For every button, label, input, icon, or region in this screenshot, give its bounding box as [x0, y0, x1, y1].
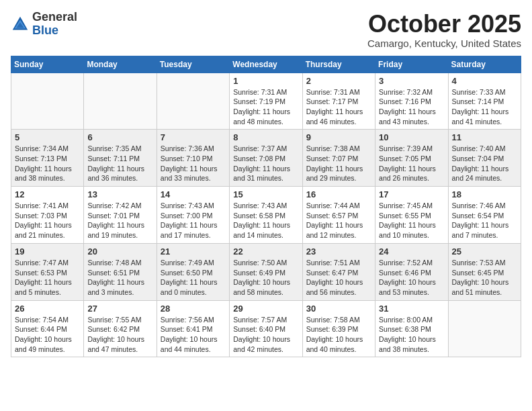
- calendar-header-row: Sunday Monday Tuesday Wednesday Thursday…: [11, 56, 521, 73]
- title-section: October 2025 Camargo, Kentucky, United S…: [367, 11, 521, 49]
- day-number: 22: [233, 246, 298, 257]
- day-info: Sunrise: 7:36 AMSunset: 7:10 PMDaylight:…: [161, 144, 226, 183]
- day-info: Sunrise: 7:57 AMSunset: 6:40 PMDaylight:…: [233, 315, 298, 355]
- day-number: 1: [233, 76, 298, 86]
- day-number: 13: [87, 189, 152, 199]
- day-info: Sunrise: 7:37 AMSunset: 7:08 PMDaylight:…: [233, 144, 298, 183]
- col-wednesday: Wednesday: [230, 56, 302, 73]
- day-info: Sunrise: 7:48 AMSunset: 6:51 PMDaylight:…: [87, 258, 152, 298]
- day-info: Sunrise: 7:35 AMSunset: 7:11 PMDaylight:…: [87, 144, 152, 183]
- page-container: General Blue October 2025 Camargo, Kentu…: [0, 0, 532, 363]
- calendar-cell: 4Sunrise: 7:33 AMSunset: 7:14 PMDaylight…: [448, 73, 521, 130]
- calendar-cell: 22Sunrise: 7:50 AMSunset: 6:49 PMDayligh…: [230, 243, 302, 300]
- day-number: 20: [87, 246, 152, 257]
- calendar-cell: 17Sunrise: 7:45 AMSunset: 6:55 PMDayligh…: [375, 187, 448, 244]
- day-number: 31: [379, 304, 444, 314]
- day-number: 24: [379, 246, 444, 257]
- col-saturday: Saturday: [448, 56, 521, 73]
- calendar-cell: 28Sunrise: 7:56 AMSunset: 6:41 PMDayligh…: [157, 300, 229, 357]
- day-number: 7: [161, 132, 226, 142]
- day-info: Sunrise: 7:55 AMSunset: 6:42 PMDaylight:…: [87, 315, 152, 355]
- page-header: General Blue October 2025 Camargo, Kentu…: [11, 11, 521, 49]
- day-number: 14: [161, 189, 226, 199]
- calendar-cell: 18Sunrise: 7:46 AMSunset: 6:54 PMDayligh…: [448, 187, 521, 244]
- day-info: Sunrise: 8:00 AMSunset: 6:38 PMDaylight:…: [379, 315, 444, 355]
- calendar-week-row: 1Sunrise: 7:31 AMSunset: 7:19 PMDaylight…: [11, 73, 521, 130]
- calendar-cell: 20Sunrise: 7:48 AMSunset: 6:51 PMDayligh…: [84, 243, 157, 300]
- day-number: 16: [306, 189, 371, 199]
- day-info: Sunrise: 7:50 AMSunset: 6:49 PMDaylight:…: [233, 258, 298, 298]
- col-tuesday: Tuesday: [157, 56, 229, 73]
- day-number: 18: [452, 189, 517, 199]
- calendar-week-row: 26Sunrise: 7:54 AMSunset: 6:44 PMDayligh…: [11, 300, 521, 357]
- calendar-cell: 15Sunrise: 7:43 AMSunset: 6:58 PMDayligh…: [230, 187, 302, 244]
- day-info: Sunrise: 7:34 AMSunset: 7:13 PMDaylight:…: [15, 144, 80, 183]
- calendar-cell: 25Sunrise: 7:53 AMSunset: 6:45 PMDayligh…: [448, 243, 521, 300]
- day-number: 10: [379, 132, 444, 142]
- col-monday: Monday: [84, 56, 157, 73]
- month-title: October 2025: [367, 11, 521, 38]
- day-info: Sunrise: 7:49 AMSunset: 6:50 PMDaylight:…: [161, 258, 226, 298]
- calendar-cell: 7Sunrise: 7:36 AMSunset: 7:10 PMDaylight…: [157, 130, 229, 187]
- calendar-cell: 12Sunrise: 7:41 AMSunset: 7:03 PMDayligh…: [11, 187, 84, 244]
- day-number: 6: [87, 132, 152, 142]
- day-number: 26: [15, 304, 80, 314]
- calendar-table: Sunday Monday Tuesday Wednesday Thursday…: [11, 56, 521, 358]
- calendar-cell: 31Sunrise: 8:00 AMSunset: 6:38 PMDayligh…: [375, 300, 448, 357]
- day-info: Sunrise: 7:32 AMSunset: 7:16 PMDaylight:…: [379, 87, 444, 127]
- calendar-cell: 19Sunrise: 7:47 AMSunset: 6:53 PMDayligh…: [11, 243, 84, 300]
- calendar-cell: 23Sunrise: 7:51 AMSunset: 6:47 PMDayligh…: [302, 243, 375, 300]
- day-info: Sunrise: 7:56 AMSunset: 6:41 PMDaylight:…: [161, 315, 226, 355]
- calendar-cell: 14Sunrise: 7:43 AMSunset: 7:00 PMDayligh…: [157, 187, 229, 244]
- day-number: 3: [379, 76, 444, 86]
- col-sunday: Sunday: [11, 56, 84, 73]
- day-info: Sunrise: 7:54 AMSunset: 6:44 PMDaylight:…: [15, 315, 80, 355]
- day-info: Sunrise: 7:38 AMSunset: 7:07 PMDaylight:…: [306, 144, 371, 183]
- day-info: Sunrise: 7:31 AMSunset: 7:17 PMDaylight:…: [306, 87, 371, 127]
- day-number: 2: [306, 76, 371, 86]
- day-info: Sunrise: 7:40 AMSunset: 7:04 PMDaylight:…: [452, 144, 517, 183]
- calendar-week-row: 12Sunrise: 7:41 AMSunset: 7:03 PMDayligh…: [11, 187, 521, 244]
- day-info: Sunrise: 7:33 AMSunset: 7:14 PMDaylight:…: [452, 87, 517, 127]
- calendar-cell: 13Sunrise: 7:42 AMSunset: 7:01 PMDayligh…: [84, 187, 157, 244]
- day-info: Sunrise: 7:41 AMSunset: 7:03 PMDaylight:…: [15, 201, 80, 240]
- day-number: 25: [452, 246, 517, 257]
- day-info: Sunrise: 7:58 AMSunset: 6:39 PMDaylight:…: [306, 315, 371, 355]
- day-info: Sunrise: 7:43 AMSunset: 7:00 PMDaylight:…: [161, 201, 226, 240]
- day-number: 8: [233, 132, 298, 142]
- calendar-cell: 9Sunrise: 7:38 AMSunset: 7:07 PMDaylight…: [302, 130, 375, 187]
- calendar-cell: 5Sunrise: 7:34 AMSunset: 7:13 PMDaylight…: [11, 130, 84, 187]
- calendar-cell: 29Sunrise: 7:57 AMSunset: 6:40 PMDayligh…: [230, 300, 302, 357]
- calendar-cell: 21Sunrise: 7:49 AMSunset: 6:50 PMDayligh…: [157, 243, 229, 300]
- logo-icon: [11, 15, 30, 34]
- day-number: 27: [87, 304, 152, 314]
- day-number: 23: [306, 246, 371, 257]
- calendar-cell: [11, 73, 84, 130]
- day-number: 29: [233, 304, 298, 314]
- day-info: Sunrise: 7:51 AMSunset: 6:47 PMDaylight:…: [306, 258, 371, 298]
- calendar-week-row: 5Sunrise: 7:34 AMSunset: 7:13 PMDaylight…: [11, 130, 521, 187]
- calendar-cell: [157, 73, 229, 130]
- day-info: Sunrise: 7:52 AMSunset: 6:46 PMDaylight:…: [379, 258, 444, 298]
- calendar-cell: 1Sunrise: 7:31 AMSunset: 7:19 PMDaylight…: [230, 73, 302, 130]
- calendar-cell: 2Sunrise: 7:31 AMSunset: 7:17 PMDaylight…: [302, 73, 375, 130]
- logo: General Blue: [11, 11, 77, 38]
- logo-general-text: General: [32, 11, 77, 24]
- logo-blue-text: Blue: [32, 24, 77, 38]
- day-number: 11: [452, 132, 517, 142]
- day-info: Sunrise: 7:42 AMSunset: 7:01 PMDaylight:…: [87, 201, 152, 240]
- calendar-cell: 30Sunrise: 7:58 AMSunset: 6:39 PMDayligh…: [302, 300, 375, 357]
- day-number: 15: [233, 189, 298, 199]
- day-number: 4: [452, 76, 517, 86]
- calendar-cell: 26Sunrise: 7:54 AMSunset: 6:44 PMDayligh…: [11, 300, 84, 357]
- day-info: Sunrise: 7:47 AMSunset: 6:53 PMDaylight:…: [15, 258, 80, 298]
- calendar-cell: 24Sunrise: 7:52 AMSunset: 6:46 PMDayligh…: [375, 243, 448, 300]
- calendar-cell: 10Sunrise: 7:39 AMSunset: 7:05 PMDayligh…: [375, 130, 448, 187]
- calendar-cell: 3Sunrise: 7:32 AMSunset: 7:16 PMDaylight…: [375, 73, 448, 130]
- day-info: Sunrise: 7:39 AMSunset: 7:05 PMDaylight:…: [379, 144, 444, 183]
- calendar-cell: 11Sunrise: 7:40 AMSunset: 7:04 PMDayligh…: [448, 130, 521, 187]
- calendar-cell: [448, 300, 521, 357]
- location-text: Camargo, Kentucky, United States: [367, 38, 521, 49]
- day-number: 17: [379, 189, 444, 199]
- day-info: Sunrise: 7:53 AMSunset: 6:45 PMDaylight:…: [452, 258, 517, 298]
